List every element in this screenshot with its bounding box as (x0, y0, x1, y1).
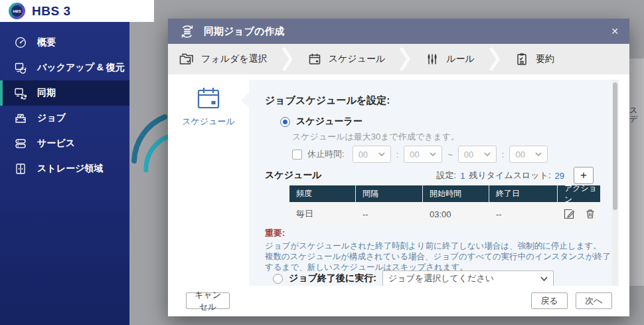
cancel-button[interactable]: キャンセル (186, 292, 230, 309)
sidebar-item-label: サービス (37, 138, 75, 150)
sidebar-item-overview[interactable]: 概要 (0, 30, 129, 55)
scheduler-radio[interactable] (280, 117, 290, 127)
dialog-content: スケジュール ジョブスケジュールを設定: スケジューラー スケジュールは最大30… (168, 74, 629, 286)
chevron-down-icon (540, 276, 548, 281)
range-separator: ~ (447, 150, 453, 160)
step-rules[interactable]: ルール (425, 52, 475, 66)
chevron-down-icon (535, 152, 542, 156)
sidebar-item-label: 同期 (37, 87, 56, 99)
step-schedule[interactable]: スケジュール (307, 52, 386, 66)
app-title: HBS 3 (32, 4, 70, 19)
pause-start-minute-select[interactable]: 00 (404, 146, 442, 163)
jobs-icon (14, 112, 27, 125)
post-job-radio[interactable] (273, 274, 283, 284)
back-button[interactable]: 戻る (531, 292, 568, 309)
sidebar-item-label: 概要 (37, 37, 56, 49)
scheduler-option-row: スケジューラー (280, 116, 362, 128)
select-value: 00 (515, 150, 524, 160)
sidebar-item-label: バックアップ & 復元 (37, 62, 125, 74)
select-value: 00 (464, 150, 473, 160)
sidebar-item-backup-restore[interactable]: バックアップ & 復元 (0, 55, 129, 80)
post-job-option-row: ジョブ終了後に実行: ジョブを選択してください (273, 271, 554, 286)
sidebar-item-services[interactable]: サービス (0, 131, 129, 156)
pause-end-hour-select[interactable]: 00 (458, 146, 497, 163)
column-header-start-time: 開始時間 (423, 185, 489, 202)
set-count-label: 設定: (437, 169, 457, 181)
signal-arcs-graphic (130, 114, 169, 193)
sidebar: 概要 バックアップ & 復元 同期 ジョブ (0, 22, 129, 325)
content-scrollbar[interactable] (612, 80, 618, 286)
next-button[interactable]: 次へ (576, 292, 612, 309)
summary-icon (515, 52, 529, 66)
column-header-end-date: 終了日 (489, 185, 558, 202)
step-label: 要約 (536, 53, 554, 65)
close-button[interactable]: ✕ (611, 27, 619, 36)
schedule-row: 毎日 -- 03:00 -- (289, 202, 600, 226)
app-topbar: HBS HBS 3 (0, 0, 154, 22)
sliders-icon (425, 52, 440, 66)
select-value: ジョブを選択してください (388, 272, 494, 284)
add-schedule-button[interactable]: + (574, 167, 594, 184)
select-value: 00 (410, 150, 419, 160)
gauge-icon (14, 36, 27, 49)
column-header-actions: アクション (558, 185, 600, 202)
sync-job-icon (179, 23, 196, 40)
slots-value: 29 (555, 171, 564, 181)
step-separator-icon (489, 46, 500, 72)
backup-restore-icon (14, 61, 27, 74)
warning-line: ジョブがスケジュールされた終了時刻より前に終了しない場合は、強制的に停止します。 (265, 241, 611, 251)
schedule-table-header: 頻度 間隔 開始時間 終了日 アクション (289, 185, 600, 202)
chevron-down-icon (378, 152, 385, 156)
hbs-logo-icon: HBS (9, 3, 25, 19)
cell-interval: -- (356, 209, 423, 219)
post-job-select[interactable]: ジョブを選択してください (382, 271, 554, 286)
background-text-fragment: デ (629, 115, 644, 124)
sidebar-item-storage-space[interactable]: ストレージ領域 (0, 156, 129, 181)
scheduler-note: スケジュールは最大30まで作成できます。 (292, 131, 459, 143)
delete-schedule-button[interactable] (584, 208, 596, 220)
sidebar-item-jobs[interactable]: ジョブ (0, 106, 129, 131)
background-page-edge: ス デ (629, 58, 644, 286)
dialog-header: 同期ジョブの作成 ✕ (168, 19, 629, 44)
warning-line: 複数のスケジュールが構成されている場合、ジョブのすべての実行中のインスタンスが終… (265, 251, 611, 272)
slots-label: 残りタイムスロット: (469, 169, 550, 181)
post-job-label: ジョブ終了後に実行: (289, 272, 376, 284)
wizard-steps: フォルダを選択 スケジュール (168, 44, 629, 74)
cell-frequency: 毎日 (289, 208, 356, 220)
schedule-panel: ジョブスケジュールを設定: スケジューラー スケジュールは最大30まで作成できま… (249, 80, 619, 286)
step-side-label: スケジュール (168, 116, 249, 128)
sync-icon (14, 86, 27, 100)
step-side-panel: スケジュール (168, 74, 249, 286)
hbs-logo-text: HBS (11, 5, 23, 17)
step-separator-icon (400, 46, 410, 72)
time-separator: : (502, 150, 505, 160)
pause-end-minute-select[interactable]: 00 (509, 146, 548, 163)
sidebar-item-label: ストレージ領域 (37, 163, 103, 175)
step-label: ルール (446, 53, 475, 65)
dialog-title: 同期ジョブの作成 (204, 25, 284, 38)
pause-time-label: 休止時間: (307, 148, 345, 160)
column-header-frequency: 頻度 (289, 185, 356, 202)
pause-start-hour-select[interactable]: 00 (353, 146, 391, 163)
folders-icon (179, 52, 195, 66)
sidebar-item-sync[interactable]: 同期 (0, 80, 129, 106)
storage-icon (14, 162, 27, 175)
chevron-down-icon (430, 152, 436, 156)
pause-time-row: 休止時間: 00 : 00 ~ 00 : (292, 146, 548, 163)
dialog-footer: キャンセル 戻る 次へ (168, 286, 629, 316)
edit-schedule-button[interactable] (563, 208, 575, 220)
panel-notch (241, 93, 249, 108)
warning-title: 重要: (265, 227, 611, 239)
select-value: 00 (359, 150, 368, 160)
scheduler-label: スケジューラー (296, 116, 362, 128)
cell-start-time: 03:00 (423, 209, 489, 219)
step-summary[interactable]: 要約 (515, 52, 554, 66)
scrollbar-thumb[interactable] (613, 82, 617, 210)
services-icon (14, 137, 27, 150)
set-count-value: 1 (460, 171, 465, 181)
step-select-folders[interactable]: フォルダを選択 (179, 52, 268, 66)
pause-time-checkbox[interactable] (292, 150, 302, 160)
step-label: スケジュール (329, 53, 386, 65)
schedule-counters: 設定: 1 残りタイムスロット: 29 + (437, 167, 594, 184)
cell-actions (558, 208, 600, 220)
